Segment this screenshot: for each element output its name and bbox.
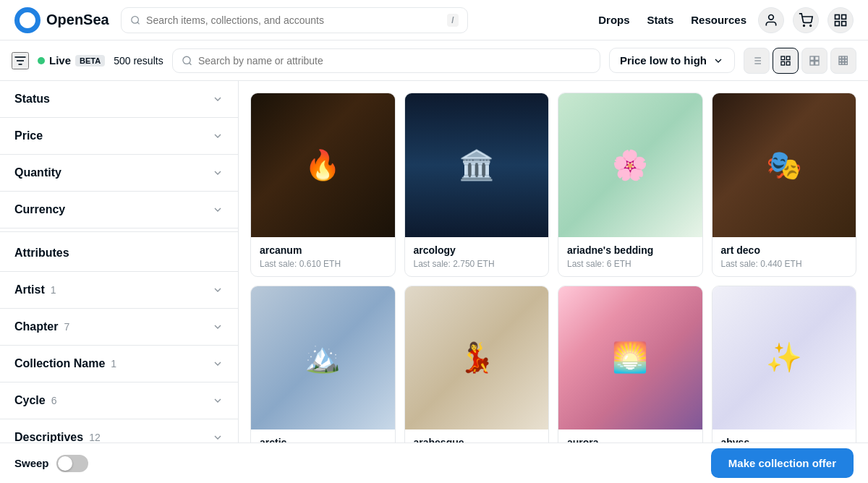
main-search-input[interactable] (146, 14, 441, 26)
sidebar-divider (0, 231, 238, 232)
nft-name: arcology (414, 244, 540, 256)
nft-card-arabesque[interactable]: 💃 arabesque Last sale: 0.800 ETH (404, 286, 550, 470)
header: OpenSea / Drops Stats Resources (0, 0, 868, 40)
live-badge: Live BETA (38, 54, 105, 67)
chevron-down-icon (212, 321, 224, 333)
svg-rect-31 (839, 59, 841, 61)
sidebar-item-quantity[interactable]: Quantity (0, 155, 238, 192)
list-view-button[interactable] (744, 48, 770, 74)
nft-card-aurora[interactable]: 🌅 aurora Last sale: 3.500 ETH (558, 286, 703, 470)
slash-shortcut-badge: / (447, 14, 458, 27)
svg-rect-36 (845, 62, 847, 64)
sidebar-item-status[interactable]: Status (0, 81, 238, 118)
large-grid-icon (809, 55, 820, 67)
svg-rect-21 (786, 56, 790, 60)
main-nav: Drops Stats Resources (598, 14, 746, 26)
beta-badge: BETA (75, 55, 105, 67)
nft-name: art deco (721, 244, 848, 256)
compact-view-icon (838, 55, 849, 67)
nav-drops[interactable]: Drops (598, 14, 629, 26)
make-collection-offer-button[interactable]: Make collection offer (711, 448, 854, 478)
svg-rect-30 (845, 56, 847, 59)
nft-card-arctic[interactable]: 🏔️ arctic Last sale: 1.200 ETH (250, 286, 396, 470)
cart-button[interactable] (793, 7, 819, 33)
more-button[interactable] (827, 7, 854, 33)
chevron-down-icon (212, 93, 224, 105)
live-text: Live (49, 54, 71, 67)
filter-toggle-button[interactable] (12, 52, 29, 69)
profile-button[interactable] (758, 7, 784, 33)
results-count: 500 results (114, 55, 163, 67)
svg-point-4 (810, 25, 812, 26)
svg-point-3 (804, 25, 805, 26)
filter-bar: Live BETA 500 results Price low to high (0, 40, 868, 81)
attributes-header: Attributes (0, 235, 238, 272)
main-search-bar[interactable]: / (121, 7, 468, 33)
svg-rect-7 (842, 21, 846, 25)
svg-rect-22 (786, 61, 790, 65)
svg-point-12 (183, 56, 190, 64)
nft-image: 🏔️ (251, 286, 395, 430)
sidebar-item-collection-name[interactable]: Collection Name 1 (0, 346, 238, 382)
nav-resources[interactable]: Resources (691, 14, 746, 26)
chevron-down-icon (712, 55, 724, 67)
live-dot (38, 57, 45, 64)
nft-image: 🎭 (712, 93, 856, 237)
chevron-down-icon (212, 358, 224, 369)
svg-rect-34 (839, 62, 841, 64)
svg-rect-28 (839, 56, 841, 59)
grid-icon (833, 13, 848, 27)
sidebar-item-price[interactable]: Price (0, 118, 238, 155)
svg-rect-23 (781, 61, 785, 65)
grid-view-button[interactable] (773, 48, 799, 74)
sidebar-item-artist[interactable]: Artist 1 (0, 272, 238, 309)
bottom-bar: Sweep Make collection offer (0, 443, 868, 483)
nft-last-sale: Last sale: 0.610 ETH (260, 259, 386, 269)
nav-stats[interactable]: Stats (647, 14, 674, 26)
grid-4-icon (780, 55, 791, 67)
sweep-toggle[interactable]: Sweep (14, 455, 88, 472)
chevron-down-icon (212, 130, 224, 142)
logo-text: OpenSea (46, 12, 109, 28)
svg-rect-8 (835, 21, 840, 25)
nft-image: ✨ (712, 286, 856, 430)
sort-dropdown[interactable]: Price low to high (609, 48, 735, 73)
svg-rect-5 (835, 14, 840, 19)
nft-card-arcanum[interactable]: 🔥 arcanum Last sale: 0.610 ETH (250, 93, 396, 277)
svg-rect-29 (842, 56, 844, 59)
svg-line-1 (137, 22, 140, 24)
sweep-label: Sweep (14, 457, 49, 469)
chevron-down-icon (212, 432, 224, 443)
svg-point-2 (769, 14, 774, 20)
user-icon (764, 13, 778, 27)
nft-card-abyss[interactable]: ✨ abyss Last sale: 0.950 ETH (712, 286, 857, 470)
nft-card-ariadnes-bedding[interactable]: 🌸 ariadne's bedding Last sale: 6 ETH (558, 93, 703, 277)
nft-grid-container: 🔥 arcanum Last sale: 0.610 ETH 🏛️ arcolo… (239, 81, 868, 483)
attribute-search-input[interactable] (198, 55, 591, 67)
svg-point-0 (132, 16, 139, 23)
svg-line-13 (189, 62, 191, 64)
nft-last-sale: Last sale: 6 ETH (567, 259, 694, 269)
compact-view-button[interactable] (830, 48, 856, 74)
nft-image: 🌸 (558, 93, 702, 237)
opensea-logo-icon (14, 7, 41, 33)
svg-rect-25 (815, 56, 819, 60)
attribute-search-bar[interactable] (172, 48, 600, 73)
sidebar-item-cycle[interactable]: Cycle 6 (0, 382, 238, 419)
large-grid-view-button[interactable] (801, 48, 827, 74)
toggle-knob (58, 456, 72, 471)
svg-rect-24 (810, 56, 814, 60)
svg-rect-26 (810, 61, 814, 64)
nft-card-arcology[interactable]: 🏛️ arcology Last sale: 2.750 ETH (404, 93, 550, 277)
sidebar-item-currency[interactable]: Currency (0, 192, 238, 228)
sidebar-item-chapter[interactable]: Chapter 7 (0, 309, 238, 346)
attribute-search-icon (182, 55, 192, 67)
sort-label: Price low to high (620, 54, 707, 67)
nft-image: 🌅 (558, 286, 702, 430)
sweep-toggle-switch[interactable] (56, 455, 88, 472)
nft-card-art-deco[interactable]: 🎭 art deco Last sale: 0.440 ETH (712, 93, 857, 277)
svg-rect-27 (815, 61, 819, 64)
chevron-down-icon (212, 395, 224, 406)
main-layout: Status Price Quantity Currency Attribute… (0, 81, 868, 483)
logo[interactable]: OpenSea (14, 7, 109, 33)
